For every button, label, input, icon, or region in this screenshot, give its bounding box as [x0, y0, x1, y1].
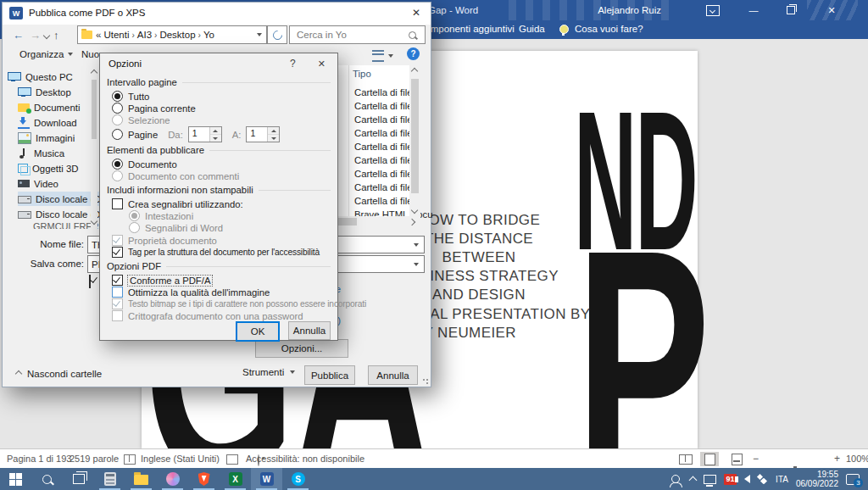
scroll-down-icon[interactable] [91, 218, 97, 225]
spin-up-icon[interactable] [210, 127, 221, 135]
hide-folders-button[interactable]: Nascondi cartelle [16, 369, 102, 379]
ribbon-display-options-button[interactable] [700, 0, 726, 20]
options-cancel-button[interactable]: Annulla [288, 321, 331, 340]
tell-me-box[interactable]: Cosa vuoi fare? [575, 24, 643, 34]
spin-up-icon[interactable] [268, 127, 279, 135]
taskbar-file-explorer[interactable] [125, 468, 157, 490]
checkbox-ottimizza-immagine[interactable]: Ottimizza la qualità dell'immagine [112, 287, 270, 298]
address-dropdown-icon[interactable] [257, 33, 262, 36]
accessibility-status[interactable]: Accessibilità: non disponibile [246, 454, 364, 464]
scrollbar-thumb[interactable] [92, 80, 97, 139]
language-indicator[interactable]: ITA [776, 475, 788, 484]
taskbar-search-button[interactable] [31, 468, 63, 490]
sidebar-item-musica[interactable]: Musica [18, 146, 101, 160]
sidebar-item-disco-c[interactable]: Disco locale (C: [18, 192, 101, 206]
taskbar-brave[interactable] [188, 468, 220, 490]
breadcrumb-item-utenti[interactable]: Utenti [103, 30, 129, 40]
search-icon[interactable] [409, 31, 416, 39]
up-button[interactable]: ↑ [53, 29, 59, 42]
dialog-close-button[interactable]: ✕ [412, 7, 420, 19]
notification-center-icon[interactable]: 3 [846, 474, 860, 485]
reading-mode-icon[interactable] [226, 454, 238, 465]
task-view-button[interactable] [63, 468, 94, 490]
sidebar-item-questo-pc[interactable]: Questo PC [8, 70, 91, 84]
network-icon[interactable] [704, 475, 716, 484]
from-page-spinner[interactable]: 1 [188, 126, 222, 142]
hidden-icons-chevron[interactable] [689, 476, 698, 485]
options-close-button[interactable]: ✕ [318, 58, 326, 70]
taskbar-excel[interactable]: X [220, 468, 251, 490]
checkbox-conforme-pdfa[interactable]: Conforme a PDF/A [112, 275, 212, 286]
scrollbar-thumb[interactable] [411, 79, 419, 193]
sidebar-item-documenti[interactable]: Documenti [18, 100, 101, 114]
checkbox-crea-segnalibri[interactable]: Crea segnalibri utilizzando: [112, 198, 243, 209]
minimize-button[interactable]: — [741, 0, 766, 20]
sidebar-item-video[interactable]: Video [18, 176, 101, 191]
word-close-button[interactable]: ✕ [819, 0, 844, 20]
taskbar-word[interactable]: W [251, 468, 282, 490]
forward-button[interactable]: → [30, 29, 41, 42]
to-page-spinner[interactable]: 1 [246, 126, 280, 142]
radio-documento[interactable]: Documento [112, 159, 177, 170]
options-button[interactable]: Opzioni... [255, 339, 348, 358]
help-button[interactable]: ? [407, 47, 420, 60]
breadcrumb-item-yo[interactable]: Yo [203, 30, 214, 40]
refresh-button[interactable] [267, 25, 287, 44]
publish-button[interactable]: Pubblica [304, 365, 355, 385]
scroll-up-icon[interactable] [91, 70, 97, 76]
sidebar-item-disco-d[interactable]: Disco locale (D: [18, 207, 101, 221]
page-count[interactable]: Pagina 1 di 193 [7, 454, 71, 464]
sidebar-item-download[interactable]: Download [18, 115, 101, 130]
back-button[interactable]: ← [13, 29, 24, 42]
zoom-level[interactable]: 100% [846, 454, 868, 464]
word-count[interactable]: 2519 parole [70, 454, 119, 464]
language-status[interactable]: Inglese (Stati Uniti) [141, 454, 220, 464]
print-layout-view-button[interactable] [700, 452, 719, 466]
radio-pagina-corrente[interactable]: Pagina corrente [112, 103, 196, 114]
proofing-icon[interactable] [124, 454, 136, 465]
start-button[interactable] [0, 468, 31, 490]
dialog-help-button[interactable]: ? [290, 58, 296, 70]
sidebar-scrollbar[interactable] [91, 68, 97, 229]
read-mode-view-button[interactable] [676, 452, 695, 466]
tab-help[interactable]: Guida [519, 24, 545, 34]
resize-grip[interactable] [422, 378, 429, 385]
tools-dropdown[interactable]: Strumenti [242, 367, 295, 377]
restore-button[interactable] [778, 0, 804, 20]
checkbox-tag-accessibilita[interactable]: Tag per la struttura del documento per l… [112, 247, 320, 258]
people-icon[interactable] [671, 475, 680, 483]
spin-down-icon[interactable] [210, 135, 221, 142]
address-bar[interactable]: « Utenti › AI3 › Desktop › Yo [77, 25, 267, 44]
sidebar-item-immagini[interactable]: Immagini [18, 131, 101, 145]
clock[interactable]: 19:55 06/09/2022 [796, 470, 838, 488]
tab-addins[interactable]: Componenti aggiuntivi [418, 24, 515, 34]
scroll-down-icon[interactable] [411, 207, 418, 214]
recent-locations-dropdown[interactable] [43, 32, 50, 39]
sidebar-item-oggetti-3d[interactable]: Oggetti 3D [18, 161, 101, 175]
scroll-right-icon[interactable] [409, 219, 415, 226]
volume-icon[interactable] [744, 475, 750, 483]
taskbar-calculator[interactable] [94, 468, 125, 490]
zoom-out-button[interactable]: − [753, 453, 759, 465]
zoom-in-button[interactable]: + [834, 453, 840, 465]
web-layout-view-button[interactable] [727, 452, 746, 466]
list-vertical-scrollbar[interactable] [409, 65, 420, 216]
radio-pagine[interactable]: Pagine Da: 1 A: 1 [112, 126, 280, 142]
cancel-button[interactable]: Annulla [368, 365, 418, 385]
ok-button[interactable]: OK [236, 321, 280, 342]
save-as-dropdown-icon[interactable] [414, 263, 419, 266]
column-header-tipo[interactable]: Tipo [353, 69, 371, 79]
radio-tutto[interactable]: Tutto [112, 91, 149, 102]
file-name-dropdown-icon[interactable] [414, 243, 419, 247]
scroll-up-icon[interactable] [411, 68, 418, 75]
sidebar-item-desktop[interactable]: Desktop [18, 85, 101, 99]
dropbox-icon[interactable] [758, 474, 768, 484]
taskbar-skype[interactable]: S [282, 468, 314, 490]
taskbar-photos[interactable] [157, 468, 188, 490]
account-name[interactable]: Alejandro Ruiz [598, 0, 661, 20]
view-options-button[interactable] [372, 50, 393, 62]
open-after-publish-checkbox[interactable] [89, 275, 91, 288]
organize-menu[interactable]: Organizza [19, 49, 73, 59]
breadcrumb-item-ai3[interactable]: AI3 [137, 30, 152, 40]
breadcrumb-item-desktop[interactable]: Desktop [159, 30, 195, 40]
